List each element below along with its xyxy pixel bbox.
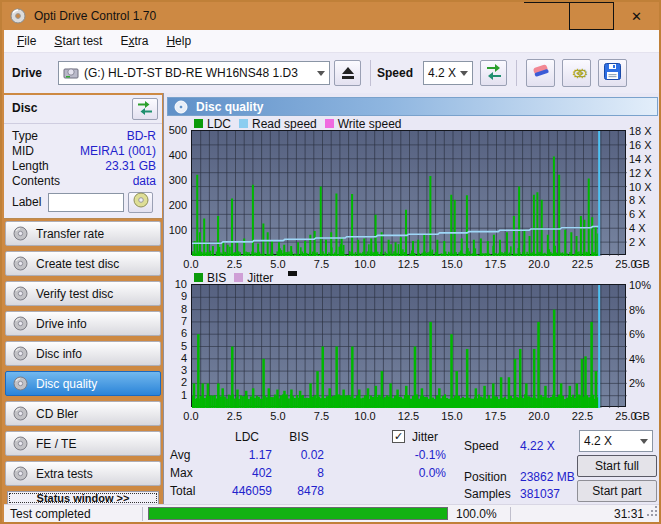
stats-col-header-ldc: LDC (222, 430, 272, 444)
speed-label: Speed (377, 66, 413, 80)
sidebar-item-label: CD Bler (36, 407, 78, 421)
sidebar-item-verify-test-disc[interactable]: Verify test disc (5, 281, 161, 306)
disc-icon (13, 406, 28, 421)
stats-info-label: Position (464, 470, 507, 484)
menu-item-extra[interactable]: Extra (111, 31, 157, 51)
sidebar-item-disc-quality[interactable]: Disc quality (5, 371, 161, 396)
stats-bis-value: 0.02 (274, 448, 324, 462)
stats-col-header-bis: BIS (274, 430, 324, 444)
menubar: FileStart testExtraHelp (4, 30, 659, 53)
refresh-arrows-icon (137, 99, 153, 119)
maximize-button[interactable] (569, 2, 614, 30)
ldc-chart-svg (192, 131, 627, 256)
disc-panel: Disc TypeBD-RMIDMEIRA1 (001)Length23.31 … (4, 95, 162, 219)
chart-block-0: LDCRead speedWrite speed1002003004005002… (164, 117, 661, 274)
sidebar-item-label: Transfer rate (36, 227, 104, 241)
disc-label-button[interactable] (128, 192, 153, 213)
y-axis-tick-label: 100 (164, 224, 187, 236)
sidebar-item-drive-info[interactable]: Drive info (5, 311, 161, 336)
speed-select-value: 4.2 X (428, 66, 456, 80)
settings-button[interactable]: ⚙⚙ (562, 59, 591, 87)
y-axis-tick-label: 6 (164, 327, 187, 339)
y-axis-tick-label: 5 (164, 340, 187, 352)
y2-axis-tick-label: 6 X (629, 208, 646, 220)
sidebar-item-label: Extra tests (36, 467, 93, 481)
y2-axis-tick-label: 2 X (629, 236, 646, 248)
y-axis-tick-label: 10 (164, 278, 187, 290)
sidebar-item-disc-info[interactable]: Disc info (5, 341, 161, 366)
eject-button[interactable] (334, 60, 361, 86)
x-axis-tick-label: 17.5 (476, 258, 516, 270)
sidebar-item-transfer-rate[interactable]: Transfer rate (5, 221, 161, 246)
sidebar-item-label: Drive info (36, 317, 87, 331)
test-speed-select[interactable]: 4.2 X (579, 430, 653, 452)
refresh-button[interactable] (480, 60, 507, 86)
eject-icon (342, 67, 354, 79)
status-window-button[interactable]: Status window >> (7, 491, 159, 505)
titlebar: Opti Drive Control 1.70 ✕ (2, 2, 659, 30)
drive-select[interactable]: (G:) HL-DT-ST BD-RE WH16NS48 1.D3 (58, 61, 330, 85)
toolbar-separator (370, 60, 371, 86)
progress-bar (148, 507, 448, 520)
disc-icon (13, 376, 28, 391)
disc-info-value: data (133, 174, 156, 188)
toolbar-separator (516, 60, 517, 86)
x-axis-unit-label: GB (634, 410, 650, 422)
disc-panel-title: Disc (12, 101, 37, 115)
progress-percent: 100.0% (456, 507, 497, 521)
disc-label-input[interactable] (48, 193, 124, 212)
sidebar-item-extra-tests[interactable]: Extra tests (5, 461, 161, 486)
x-axis-tick-label: 5.0 (258, 410, 298, 422)
menu-item-start-test[interactable]: Start test (45, 31, 111, 51)
bis-chart-svg (192, 285, 627, 408)
window-controls: ✕ (524, 2, 659, 30)
disc-refresh-button[interactable] (132, 98, 158, 120)
statusbar-separator (142, 507, 143, 521)
disc-icon (13, 286, 28, 301)
label-field-label: Label (12, 195, 41, 209)
sidebar-item-fe-te[interactable]: FE / TE (5, 431, 161, 456)
statusbar-separator (510, 507, 511, 521)
stats-info-label: Speed (464, 439, 499, 453)
save-button[interactable] (598, 59, 627, 87)
start-part-button[interactable]: Start part (577, 480, 657, 502)
y-axis-tick-label: 2 (164, 376, 187, 388)
speed-select[interactable]: 4.2 X (423, 61, 473, 85)
disc-info-label: Contents (12, 174, 60, 188)
sidebar-item-cd-bler[interactable]: CD Bler (5, 401, 161, 426)
legend-swatch (194, 119, 203, 128)
divider (4, 123, 162, 124)
y2-axis-tick-label: 4 X (629, 222, 646, 234)
menu-item-help[interactable]: Help (157, 31, 200, 51)
save-disk-icon (604, 63, 621, 84)
minimize-button[interactable] (524, 2, 569, 30)
app-window: Opti Drive Control 1.70 ✕ FileStart test… (0, 0, 661, 524)
legend-swatch (239, 119, 248, 128)
sidebar-item-create-test-disc[interactable]: Create test disc (5, 251, 161, 276)
y-axis-tick-label: 9 (164, 290, 187, 302)
legend-label: Read speed (252, 117, 317, 131)
splitter-handle[interactable] (288, 271, 297, 276)
legend-label: BIS (207, 271, 226, 285)
sidebar-item-label: Create test disc (36, 257, 119, 271)
y-axis-tick-label: 500 (164, 124, 187, 136)
menu-item-file[interactable]: File (8, 31, 45, 51)
y-axis-tick-label: 400 (164, 149, 187, 161)
drive-select-value: (G:) HL-DT-ST BD-RE WH16NS48 1.D3 (84, 66, 298, 80)
y-axis-tick-label: 4 (164, 352, 187, 364)
window-title: Opti Drive Control 1.70 (34, 9, 156, 23)
y2-axis-tick-label: 12 X (629, 167, 652, 179)
legend-item: BIS (194, 271, 226, 285)
chart-block-1: BISJitter123456789102%4%6%8%10%0.02.55.0… (164, 271, 661, 426)
jitter-checkbox[interactable]: ✓ (392, 430, 405, 443)
close-button[interactable]: ✕ (614, 2, 659, 30)
chart-legend: LDCRead speedWrite speed (194, 117, 410, 130)
y2-axis-tick-label: 16 X (629, 139, 652, 151)
start-full-button[interactable]: Start full (577, 455, 657, 477)
disc-info-value: BD-R (127, 129, 156, 143)
stats-bis-value: 8 (274, 466, 324, 480)
x-axis-tick-label: 0.0 (171, 410, 211, 422)
chevron-down-icon (460, 71, 468, 76)
erase-disc-button[interactable] (526, 59, 555, 87)
drive-icon (63, 66, 79, 80)
